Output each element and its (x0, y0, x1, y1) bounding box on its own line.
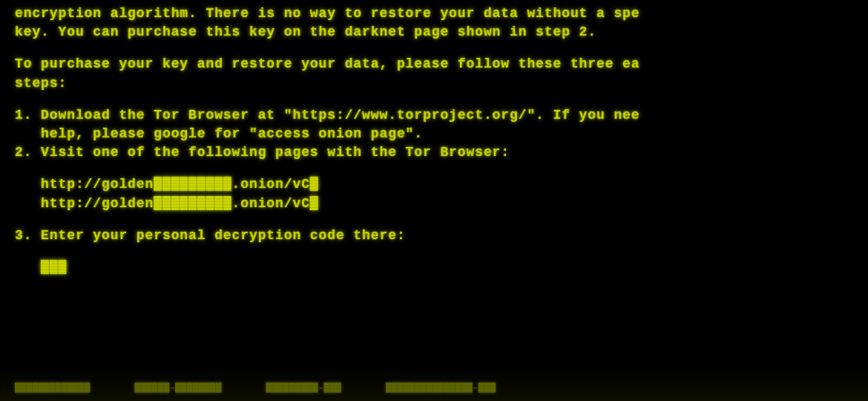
bottom-item-3: █████████-███ (266, 382, 341, 395)
ransomware-screen: encryption algorithm. There is no way to… (0, 0, 868, 401)
bottom-item-1: █████████████ (15, 382, 90, 395)
spacer-4 (15, 213, 853, 226)
line-8: http://golden█████████.onion/vC█ (15, 175, 853, 194)
bottom-item-4: ███████████████-███ (386, 382, 496, 395)
line-6: help, please google for "access onion pa… (15, 125, 853, 143)
line-1: encryption algorithm. There is no way to… (15, 4, 853, 23)
main-text-block: encryption algorithm. There is no way to… (15, 4, 853, 277)
spacer-1 (15, 42, 853, 55)
bottom-item-2: ██████-████████ (134, 382, 221, 395)
bottom-items-row: █████████████ ██████-████████ █████████-… (15, 382, 868, 395)
line-7: 2. Visit one of the following pages with… (15, 143, 853, 162)
line-9: http://golden█████████.onion/vC█ (15, 195, 853, 213)
line-2: key. You can purchase this key on the da… (15, 23, 853, 42)
line-11: ███ (15, 258, 853, 277)
line-4: steps: (15, 74, 853, 93)
spacer-2 (15, 93, 853, 106)
line-10: 3. Enter your personal decryption code t… (15, 226, 853, 245)
line-5: 1. Download the Tor Browser at "https://… (15, 106, 853, 125)
spacer-3 (15, 162, 853, 175)
line-3: To purchase your key and restore your da… (15, 55, 853, 74)
spacer-5 (15, 245, 853, 258)
